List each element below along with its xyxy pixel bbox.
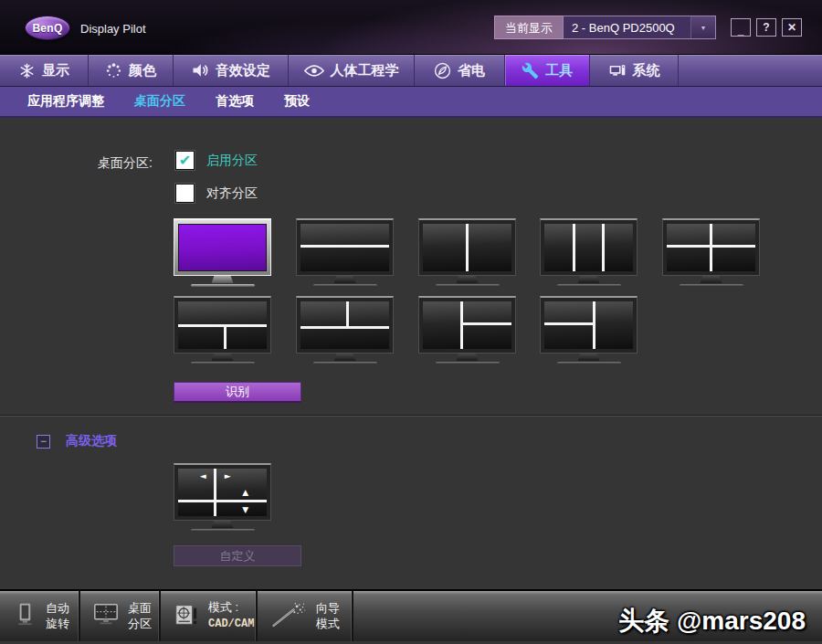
ergonomics-icon xyxy=(304,64,324,78)
layout-bottom-full-top-split[interactable] xyxy=(296,296,394,364)
mode-label: 模式 : xyxy=(208,600,238,614)
tab-display[interactable]: 显示 xyxy=(0,55,89,86)
chevron-down-icon[interactable]: ▼ xyxy=(690,16,715,38)
layout-right-full-left-split[interactable] xyxy=(540,296,638,364)
audio-icon xyxy=(191,61,209,79)
tab-label: 音效设定 xyxy=(216,62,270,79)
app-title: Display Pilot xyxy=(80,22,146,36)
tab-system[interactable]: 系统 xyxy=(590,55,679,86)
auto-rotate-label-2: 旋转 xyxy=(46,617,69,630)
align-partition-label: 对齐分区 xyxy=(206,185,258,202)
display-selector-dropdown[interactable]: 2 - BenQ PD2500Q ▼ xyxy=(563,16,716,39)
section-divider xyxy=(0,415,822,417)
advanced-options-label: 高级选项 xyxy=(66,433,117,449)
window-buttons: _ ? ✕ xyxy=(731,18,802,37)
tab-label: 颜色 xyxy=(129,62,156,79)
desktop-partition-button[interactable]: 桌面分区 xyxy=(80,591,161,641)
color-icon xyxy=(105,62,122,79)
enable-partition-row: ✔ 启用分区 xyxy=(175,151,258,170)
power-saving-icon xyxy=(434,62,451,79)
enable-partition-checkbox[interactable]: ✔ xyxy=(175,151,195,170)
partition-line xyxy=(346,301,349,328)
tab-power-saving[interactable]: 省电 xyxy=(415,55,505,86)
tab-color[interactable]: 颜色 xyxy=(89,55,174,86)
tab-label: 人体工程学 xyxy=(331,62,399,79)
benq-logo-text: BenQ xyxy=(32,22,62,35)
layout-quad-grid[interactable] xyxy=(662,218,760,287)
resize-arrow-icon[interactable]: ▲ xyxy=(242,489,248,497)
layout-fullscreen[interactable] xyxy=(174,218,271,287)
subnav-item-preferences[interactable]: 首选项 xyxy=(216,93,254,110)
wizard-label-2: 模式 xyxy=(316,617,340,630)
cad-cam-mode-icon xyxy=(173,601,200,632)
close-button[interactable]: ✕ xyxy=(782,18,802,37)
display-icon xyxy=(18,62,36,79)
help-button[interactable]: ? xyxy=(756,18,776,37)
layout-two-columns[interactable] xyxy=(418,218,516,287)
desktop-partition-label-2: 分区 xyxy=(128,617,152,630)
wizard-label-1: 向导 xyxy=(316,601,340,615)
display-pilot-window: BenQ Display Pilot 当前显示 2 - BenQ PD2500Q… xyxy=(0,0,822,644)
display-selector-value: 2 - BenQ PD2500Q xyxy=(564,21,690,35)
partition-line xyxy=(300,245,389,248)
layout-top-full-bottom-split[interactable] xyxy=(174,296,271,364)
minimize-button[interactable]: _ xyxy=(731,18,751,37)
enable-partition-label: 启用分区 xyxy=(206,153,258,169)
watermark-text: 头条 @mars208 xyxy=(618,604,806,639)
auto-rotate-label-1: 自动 xyxy=(46,601,69,615)
cad-cam-label: CAD/CAM xyxy=(208,618,254,630)
collapse-toggle-icon[interactable]: − xyxy=(37,435,50,449)
system-icon xyxy=(608,62,627,79)
partition-line xyxy=(573,224,575,271)
partition-line xyxy=(214,469,216,516)
resize-arrow-icon[interactable]: ◄ xyxy=(200,472,206,480)
partition-line xyxy=(300,326,389,329)
partition-line xyxy=(544,322,594,325)
tab-audio-settings[interactable]: 音效设定 xyxy=(174,55,289,86)
wizard-mode-button[interactable]: 向导模式 xyxy=(258,591,353,641)
partition-line xyxy=(466,224,469,271)
tools-icon xyxy=(522,62,539,79)
align-partition-row: 对齐分区 xyxy=(175,184,258,203)
partition-section-label: 桌面分区: xyxy=(98,155,153,172)
align-partition-checkbox[interactable] xyxy=(175,184,195,203)
desktop-partition-label-1: 桌面 xyxy=(128,601,152,615)
main-nav: 显示 颜色 音效设定 人体工程学 省电 xyxy=(0,55,822,87)
layout-custom-adjustable[interactable]: ◄►▲▼ xyxy=(174,463,271,532)
resize-arrow-icon[interactable]: ▼ xyxy=(242,505,248,513)
benq-logo: BenQ xyxy=(25,16,70,40)
partition-line xyxy=(224,325,227,349)
tab-label: 系统 xyxy=(633,62,660,79)
partition-line xyxy=(462,322,511,325)
titlebar-controls: 当前显示 2 - BenQ PD2500Q ▼ _ ? ✕ xyxy=(494,16,802,39)
main-nav-filler xyxy=(679,55,822,86)
partition-line xyxy=(710,224,712,271)
tab-tools[interactable]: 工具 xyxy=(505,55,590,86)
subnav-item-desktop-partition[interactable]: 桌面分区 xyxy=(134,93,185,110)
identify-button[interactable]: 识别 xyxy=(174,382,301,403)
cad-cam-mode-button[interactable]: 模式 :CAD/CAM xyxy=(161,591,258,641)
customize-button[interactable]: 自定义 xyxy=(174,545,301,566)
tab-label: 工具 xyxy=(545,62,573,79)
layout-two-rows[interactable] xyxy=(296,218,394,287)
partition-line xyxy=(602,224,605,271)
tab-label: 省电 xyxy=(458,62,485,79)
auto-rotate-button[interactable]: 自动旋转 xyxy=(0,591,80,641)
partition-content: 桌面分区: ✔ 启用分区 对齐分区 xyxy=(0,118,822,589)
desktop-partition-icon xyxy=(92,601,120,632)
partition-line xyxy=(178,324,267,327)
tab-ergonomics[interactable]: 人体工程学 xyxy=(289,55,415,86)
bottom-toolbar: 自动旋转 桌面分区 模式 :CAD/CAM 向导模式 头条 @mars208 xyxy=(0,589,822,641)
titlebar: BenQ Display Pilot 当前显示 2 - BenQ PD2500Q… xyxy=(0,0,822,55)
subnav-item-presets[interactable]: 预设 xyxy=(284,93,310,110)
layout-three-columns[interactable] xyxy=(540,218,638,287)
subnav-item-app-adjust[interactable]: 应用程序调整 xyxy=(27,93,104,110)
partition-line xyxy=(178,500,267,502)
wizard-mode-icon xyxy=(269,600,308,633)
layout-left-full-right-split[interactable] xyxy=(418,296,516,364)
tab-label: 显示 xyxy=(42,62,69,79)
auto-rotate-icon xyxy=(12,601,37,632)
resize-arrow-icon[interactable]: ► xyxy=(225,472,231,480)
advanced-options-header: − 高级选项 xyxy=(37,433,117,449)
sub-nav: 应用程序调整 桌面分区 首选项 预设 xyxy=(0,87,822,118)
